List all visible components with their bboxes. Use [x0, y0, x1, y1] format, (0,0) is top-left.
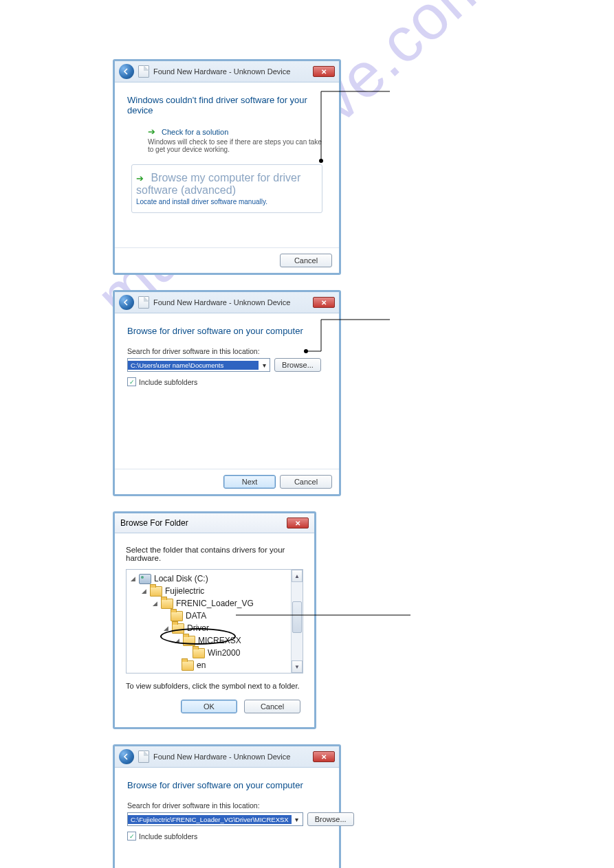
search-label: Search for driver software in this locat…	[127, 347, 327, 355]
close-button[interactable]: ✕	[313, 751, 335, 762]
tree-label: Driver	[187, 623, 209, 633]
expand-icon[interactable]: ◢	[131, 575, 138, 582]
heading: Browse for driver software on your compu…	[127, 326, 327, 336]
tree-node-driver[interactable]: ◢ Driver	[131, 622, 291, 634]
instruction-text: Select the folder that contains drivers …	[126, 546, 303, 562]
option-title: Browse my computer for driver software (…	[136, 172, 300, 196]
folder-icon	[182, 660, 194, 671]
cancel-button[interactable]: Cancel	[280, 475, 332, 489]
titlebar: Found New Hardware - Unknown Device ✕	[115, 61, 339, 82]
titlebar: Browse For Folder ✕	[115, 513, 314, 533]
dialog-browse-driver-1: Found New Hardware - Unknown Device ✕ Br…	[113, 290, 341, 496]
close-button[interactable]: ✕	[313, 297, 335, 308]
tree-label: Win2000	[208, 648, 240, 658]
option-desc: Locate and install driver software manua…	[136, 198, 315, 205]
dialog-browse-for-folder: Browse For Folder ✕ Select the folder th…	[113, 511, 316, 729]
cancel-button[interactable]: Cancel	[280, 254, 332, 267]
scroll-thumb[interactable]	[292, 601, 302, 633]
tree-label: DATA	[186, 611, 206, 621]
heading: Browse for driver software on your compu…	[127, 780, 327, 790]
folder-tree: ◢ Local Disk (C:) ◢ Fujielectric ◢ FRENI…	[126, 569, 303, 674]
browse-button[interactable]: Browse...	[307, 812, 354, 826]
ok-button[interactable]: OK	[181, 700, 237, 713]
path-value: C:\Fujielectric\FRENIC_Loader_VG\Driver\…	[128, 815, 292, 824]
scroll-down-icon[interactable]: ▼	[292, 660, 303, 673]
folder-icon	[150, 586, 162, 597]
folder-icon	[172, 623, 184, 634]
window-title: Found New Hardware - Unknown Device	[153, 67, 290, 76]
window-title: Found New Hardware - Unknown Device	[153, 753, 290, 761]
arrow-icon: ➔	[136, 173, 144, 183]
window-title: Found New Hardware - Unknown Device	[153, 298, 290, 307]
path-combobox[interactable]: C:\Fujielectric\FRENIC_Loader_VG\Driver\…	[127, 812, 303, 826]
tree-node-win2000[interactable]: Win2000	[131, 647, 291, 659]
tree-label: Fujielectric	[165, 586, 204, 596]
window-title: Browse For Folder	[120, 518, 188, 528]
page-icon	[138, 296, 149, 309]
option-check-solution[interactable]: ➔ Check for a solution Windows will chec…	[148, 126, 327, 153]
expand-icon[interactable]: ◢	[164, 625, 171, 632]
tree-node-fujielectric[interactable]: ◢ Fujielectric	[131, 585, 291, 597]
tree-label: en	[197, 660, 206, 670]
option-title: Check for a solution	[162, 128, 228, 136]
page-icon	[138, 65, 149, 78]
expand-icon[interactable]: ◢	[142, 588, 149, 594]
tree-node-en[interactable]: en	[131, 659, 291, 671]
close-button[interactable]: ✕	[313, 66, 335, 77]
chevron-down-icon[interactable]: ▾	[259, 359, 270, 371]
scroll-track[interactable]	[292, 582, 303, 660]
browse-button[interactable]: Browse...	[274, 358, 321, 372]
heading: Windows couldn't find driver software fo…	[127, 95, 327, 115]
expand-icon[interactable]: ◢	[153, 600, 160, 607]
include-subfolders-checkbox[interactable]: ✓	[127, 377, 136, 386]
folder-icon	[193, 648, 205, 658]
include-subfolders-label: Include subfolders	[139, 378, 197, 386]
search-label: Search for driver software in this locat…	[127, 801, 327, 810]
scrollbar[interactable]: ▲ ▼	[291, 570, 303, 673]
chevron-down-icon[interactable]: ▾	[292, 813, 303, 825]
disk-icon	[139, 574, 151, 584]
folder-icon	[171, 611, 183, 621]
tree-label: MICREXSX	[198, 636, 241, 645]
tree-node-frenic-loader[interactable]: ◢ FRENIC_Loader_VG	[131, 597, 291, 610]
back-button[interactable]	[119, 749, 134, 764]
close-button[interactable]: ✕	[287, 518, 309, 528]
arrow-icon: ➔	[148, 126, 155, 137]
titlebar: Found New Hardware - Unknown Device ✕	[115, 746, 339, 768]
page-icon	[138, 750, 149, 763]
folder-icon	[183, 636, 195, 646]
option-desc: Windows will check to see if there are s…	[148, 138, 327, 153]
path-value: C:\Users\user name\Documents	[128, 361, 259, 370]
dialog-found-new-hardware-1: Found New Hardware - Unknown Device ✕ Wi…	[113, 59, 341, 275]
folder-icon	[161, 599, 173, 609]
include-subfolders-label: Include subfolders	[139, 832, 197, 841]
scroll-up-icon[interactable]: ▲	[292, 570, 303, 582]
hint-text: To view subfolders, click the symbol nex…	[126, 682, 303, 690]
include-subfolders-checkbox[interactable]: ✓	[127, 832, 136, 841]
next-button[interactable]: Next	[223, 475, 276, 489]
cancel-button[interactable]: Cancel	[244, 700, 300, 713]
option-browse-advanced[interactable]: ➔ Browse my computer for driver software…	[131, 164, 322, 213]
back-button[interactable]	[119, 295, 134, 310]
tree-label: Local Disk (C:)	[154, 574, 208, 583]
tree-node-data[interactable]: DATA	[131, 610, 291, 622]
tree-node-localdisk[interactable]: ◢ Local Disk (C:)	[131, 572, 291, 585]
titlebar: Found New Hardware - Unknown Device ✕	[115, 292, 339, 313]
tree-label: FRENIC_Loader_VG	[176, 599, 254, 608]
expand-icon[interactable]: ◢	[175, 637, 182, 644]
dialog-browse-driver-2: Found New Hardware - Unknown Device ✕ Br…	[113, 744, 341, 868]
path-combobox[interactable]: C:\Users\user name\Documents ▾	[127, 358, 270, 372]
tree-node-micrexsx[interactable]: ◢ MICREXSX	[131, 634, 291, 647]
back-button[interactable]	[119, 64, 134, 79]
